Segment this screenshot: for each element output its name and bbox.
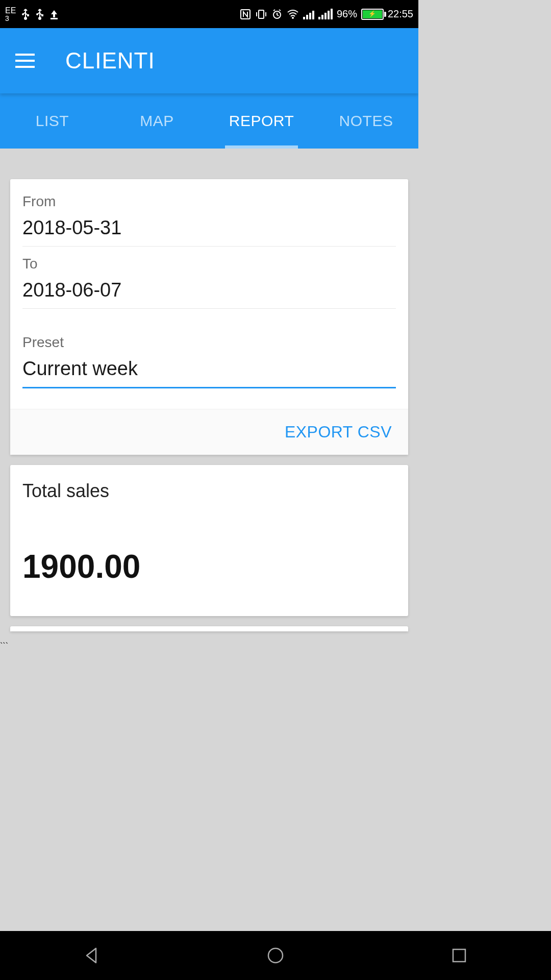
- menu-icon[interactable]: [15, 54, 35, 68]
- content-area: From 2018-05-31 To 2018-06-07 Preset Cur…: [0, 149, 418, 642]
- tab-bar: LIST MAP REPORT NOTES: [0, 93, 418, 149]
- app-title: CLIENTI: [65, 48, 155, 74]
- svg-rect-4: [41, 14, 43, 16]
- svg-rect-1: [27, 14, 29, 16]
- status-right: 96% ⚡ 22:55: [240, 8, 413, 20]
- card-actions: EXPORT CSV: [10, 409, 408, 455]
- to-value: 2018-06-07: [22, 279, 396, 309]
- to-field[interactable]: To 2018-06-07: [22, 256, 396, 309]
- preset-label: Preset: [22, 334, 396, 351]
- from-field[interactable]: From 2018-05-31: [22, 193, 396, 247]
- usb-icon: [21, 8, 30, 20]
- battery-icon: ⚡: [361, 9, 384, 20]
- status-time: 22:55: [388, 8, 413, 20]
- app-bar: CLIENTI: [0, 28, 418, 93]
- wifi-icon: [287, 9, 299, 19]
- from-label: From: [22, 193, 396, 210]
- preset-field[interactable]: Preset Current week: [22, 334, 396, 388]
- tab-notes[interactable]: NOTES: [314, 93, 418, 149]
- filter-card: From 2018-05-31 To 2018-06-07 Preset Cur…: [10, 179, 408, 455]
- carrier-sub: 3: [5, 15, 16, 22]
- tab-report[interactable]: REPORT: [209, 93, 314, 149]
- total-sales-value: 1900.00: [22, 548, 396, 585]
- from-value: 2018-05-31: [22, 217, 396, 247]
- svg-point-5: [38, 17, 41, 20]
- export-csv-button[interactable]: EXPORT CSV: [285, 423, 392, 442]
- signal-icon: [318, 9, 333, 19]
- svg-point-10: [292, 17, 294, 19]
- svg-point-3: [36, 13, 38, 15]
- next-card-peek: [10, 626, 408, 631]
- status-bar: EE 3 96% ⚡ 22:55: [0, 0, 418, 28]
- vibrate-icon: [255, 9, 267, 20]
- carrier-name: EE: [5, 6, 16, 15]
- usb-icon: [35, 8, 44, 20]
- tab-map[interactable]: MAP: [105, 93, 209, 149]
- nfc-icon: [240, 9, 251, 20]
- svg-rect-8: [259, 10, 264, 18]
- status-left: EE 3: [5, 7, 59, 22]
- carrier-label: EE 3: [5, 7, 16, 22]
- tab-list[interactable]: LIST: [0, 93, 105, 149]
- to-label: To: [22, 256, 396, 272]
- total-sales-card: Total sales 1900.00: [10, 465, 408, 616]
- svg-rect-6: [51, 18, 58, 19]
- signal-icon: [303, 9, 314, 19]
- svg-point-2: [24, 17, 27, 20]
- svg-point-0: [22, 13, 24, 15]
- battery-percent: 96%: [337, 8, 357, 20]
- total-sales-label: Total sales: [22, 480, 396, 502]
- alarm-icon: [271, 9, 283, 20]
- upload-icon: [49, 9, 59, 19]
- preset-value: Current week: [22, 358, 396, 388]
